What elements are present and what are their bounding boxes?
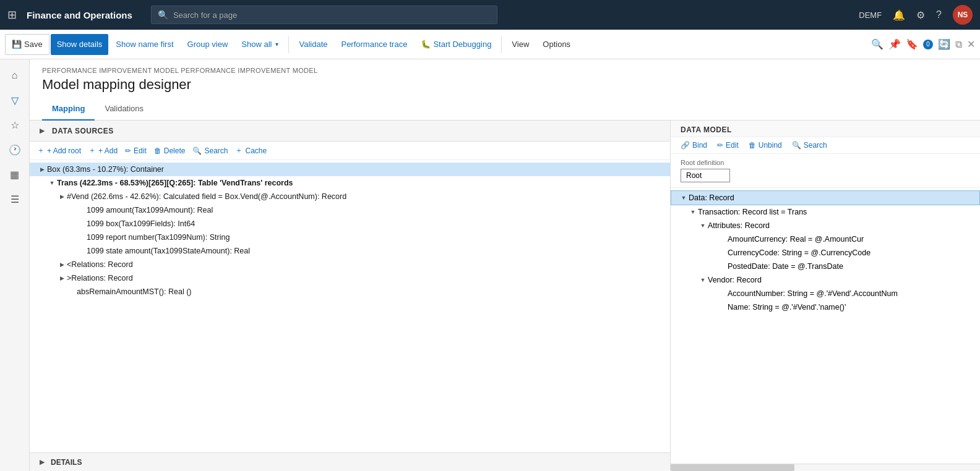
collapse-data-sources-button[interactable]: ▶ — [37, 125, 47, 136]
dm-tree-item-label: Transaction: Record list = Trans — [698, 208, 807, 216]
open-new-icon[interactable]: ⧉ — [955, 39, 962, 50]
dm-tree-item[interactable]: ▼ Attributes: Record — [671, 219, 980, 232]
top-bar: ⊞ Finance and Operations 🔍 Search for a … — [0, 0, 980, 30]
dm-tree-item[interactable]: AccountNumber: String = @.'#Vend'.Accoun… — [671, 287, 980, 300]
global-search-box[interactable]: 🔍 Search for a page — [151, 6, 497, 24]
edit-button[interactable]: ✏ Edit — [125, 146, 147, 155]
tab-mapping[interactable]: Mapping — [42, 99, 95, 121]
add-button[interactable]: ＋ + Add — [88, 145, 118, 156]
notification-icon[interactable]: 🔔 — [893, 9, 905, 21]
sidebar-item-modules[interactable]: ☰ — [4, 188, 26, 210]
refresh-icon[interactable]: 🔄 — [938, 38, 950, 50]
details-section: ▶ DETAILS — [30, 452, 670, 471]
expand-icon[interactable]: ▼ — [698, 221, 708, 231]
show-details-label: Show details — [57, 40, 103, 49]
expand-icon — [67, 287, 77, 297]
start-debugging-button[interactable]: 🐛 Start Debugging — [415, 34, 497, 55]
badge: 0 — [923, 40, 933, 49]
dm-tree-item[interactable]: CurrencyCode: String = @.CurrencyCode — [671, 246, 980, 260]
group-view-button[interactable]: Group view — [181, 34, 234, 55]
help-icon[interactable]: ? — [936, 9, 942, 20]
tree-item-label: 1099 amount(Tax1099Amount): Real — [87, 206, 213, 214]
cache-icon: ＋ — [235, 145, 243, 156]
expand-icon[interactable]: ▼ — [688, 207, 698, 217]
expand-icon — [718, 302, 728, 312]
dm-tree-item[interactable]: AmountCurrency: Real = @.AmountCur — [671, 232, 980, 246]
group-view-label: Group view — [187, 40, 228, 49]
search-toolbar-icon[interactable]: 🔍 — [871, 38, 883, 50]
dm-tree-item-label: PostedDate: Date = @.TransDate — [728, 262, 843, 271]
expand-icon[interactable]: ▶ — [57, 260, 67, 269]
avatar[interactable]: NS — [953, 5, 973, 25]
expand-icon[interactable]: ▼ — [47, 178, 57, 188]
tree-item[interactable]: ▶ Box (63.3ms - 10.27%): Container — [30, 163, 670, 176]
tree-item[interactable]: 1099 amount(Tax1099Amount): Real — [30, 203, 670, 217]
save-button[interactable]: 💾 Save — [5, 34, 49, 55]
expand-icon — [77, 232, 87, 242]
sidebar-item-workspaces[interactable]: ▦ — [4, 163, 26, 185]
expand-icon — [77, 246, 87, 256]
validate-button[interactable]: Validate — [293, 34, 333, 55]
unbind-button[interactable]: 🗑 Unbind — [749, 141, 782, 150]
grid-icon[interactable]: ⊞ — [7, 8, 17, 22]
tree-item-label: >Relations: Record — [67, 274, 133, 282]
dm-tree-item[interactable]: PostedDate: Date = @.TransDate — [671, 260, 980, 273]
dm-tree-item[interactable]: ▼ Transaction: Record list = Trans — [671, 205, 980, 219]
expand-icon — [77, 219, 87, 229]
dm-tree-item-label: AmountCurrency: Real = @.AmountCur — [728, 235, 864, 244]
right-pane: DATA MODEL 🔗 Bind ✏ Edit 🗑 Unbind — [671, 121, 980, 471]
settings-icon[interactable]: ⚙ — [916, 9, 925, 21]
main-layout: ⌂ ▽ ☆ 🕐 ▦ ☰ PERFORMANCE IMPROVEMENT MODE… — [0, 59, 980, 471]
chevron-down-icon: ▾ — [275, 41, 278, 48]
tab-bar: Mapping Validations — [30, 99, 980, 121]
bind-button[interactable]: 🔗 Bind — [681, 141, 707, 150]
sidebar-item-home[interactable]: ⌂ — [4, 64, 26, 87]
scrollbar-handle[interactable] — [671, 464, 794, 471]
horizontal-scrollbar[interactable] — [671, 464, 980, 471]
dm-tree-item[interactable]: Name: String = @.'#Vend'.'name()' — [671, 300, 980, 314]
dm-tree-item[interactable]: ▼ Vendor: Record — [671, 273, 980, 287]
pin-icon[interactable]: 📌 — [888, 38, 901, 50]
left-sidebar: ⌂ ▽ ☆ 🕐 ▦ ☰ — [0, 59, 30, 471]
expand-icon[interactable]: ▶ — [37, 164, 47, 174]
expand-icon — [718, 248, 728, 258]
tree-item[interactable]: absRemainAmountMST(): Real () — [30, 285, 670, 299]
delete-button[interactable]: 🗑 Delete — [154, 146, 186, 155]
main-content: PERFORMANCE IMPROVEMENT MODEL PERFORMANC… — [30, 59, 980, 471]
performance-trace-button[interactable]: Performance trace — [335, 34, 413, 55]
tree-item[interactable]: 1099 box(Tax1099Fields): Int64 — [30, 217, 670, 231]
expand-icon[interactable]: ▶ — [57, 192, 67, 202]
view-button[interactable]: View — [505, 34, 535, 55]
add-root-button[interactable]: ＋ + Add root — [37, 145, 81, 156]
sidebar-item-recent[interactable]: 🕐 — [4, 138, 26, 161]
expand-icon[interactable]: ▼ — [698, 275, 708, 285]
close-icon[interactable]: ✕ — [967, 38, 975, 50]
tree-item[interactable]: ▼ Trans (422.3ms - 68.53%)[265][Q:265]: … — [30, 176, 670, 190]
bookmark-icon[interactable]: 🔖 — [906, 38, 918, 50]
expand-icon[interactable]: ▶ — [57, 273, 67, 283]
cache-button[interactable]: ＋ Cache — [235, 145, 267, 156]
add-root-label: + Add root — [47, 146, 81, 155]
collapse-details-button[interactable]: ▶ — [37, 457, 47, 467]
sidebar-item-favorites[interactable]: ☆ — [4, 114, 26, 136]
sidebar-item-filter[interactable]: ▽ — [4, 89, 26, 111]
tree-item[interactable]: ▶ #Vend (262.6ms - 42.62%): Calculated f… — [30, 190, 670, 203]
show-name-first-button[interactable]: Show name first — [110, 34, 179, 55]
data-sources-title: DATA SOURCES — [52, 127, 114, 135]
show-details-button[interactable]: Show details — [51, 34, 109, 55]
tree-item[interactable]: 1099 report number(Tax1099Num): String — [30, 231, 670, 244]
breadcrumb: PERFORMANCE IMPROVEMENT MODEL PERFORMANC… — [42, 67, 968, 74]
expand-icon[interactable]: ▼ — [679, 193, 689, 203]
tree-item[interactable]: ▶ >Relations: Record — [30, 271, 670, 285]
tree-item[interactable]: ▶ <Relations: Record — [30, 258, 670, 271]
search-ds-button[interactable]: 🔍 Search — [192, 146, 228, 155]
tab-validations[interactable]: Validations — [95, 99, 153, 121]
root-definition-section: Root definition Root — [671, 154, 980, 188]
edit-dm-button[interactable]: ✏ Edit — [717, 141, 739, 150]
dm-tree-item-label: Vendor: Record — [708, 276, 762, 284]
options-button[interactable]: Options — [536, 34, 577, 55]
show-all-button[interactable]: Show all ▾ — [235, 34, 285, 55]
tree-item[interactable]: 1099 state amount(Tax1099StateAmount): R… — [30, 244, 670, 258]
search-dm-button[interactable]: 🔍 Search — [792, 141, 827, 150]
dm-tree-item[interactable]: ▼ Data: Record — [671, 190, 980, 205]
